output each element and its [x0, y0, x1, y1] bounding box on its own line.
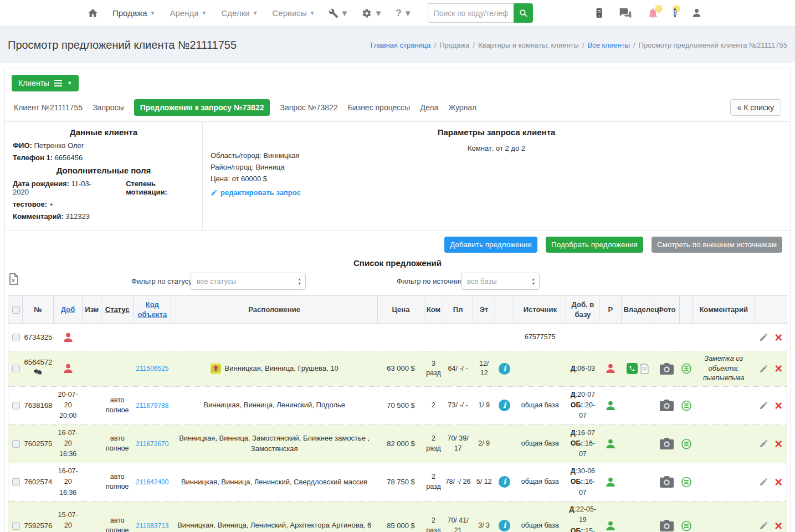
query-region: Область/город: Винницкая [211, 151, 388, 160]
edit-icon[interactable] [759, 364, 768, 374]
row-checkbox[interactable] [12, 522, 20, 530]
bell-icon[interactable] [647, 7, 659, 19]
map-icon[interactable] [211, 364, 221, 374]
edit-icon[interactable] [759, 477, 768, 487]
chat-icon[interactable] [619, 7, 632, 19]
info-icon[interactable]: i [499, 363, 510, 375]
camera-icon[interactable] [660, 439, 674, 447]
select-offers-button[interactable]: Подобрать предложения [546, 237, 643, 253]
query-params-title: Параметры запроса клиента [211, 127, 782, 137]
tab-5[interactable]: Дела [420, 103, 438, 112]
tab-6[interactable]: Журнал [448, 103, 476, 112]
nav-menu-deals[interactable]: Сделки▼ [222, 8, 258, 18]
row-select-cell [8, 424, 23, 463]
tab-0[interactable]: Клиент №21111755 [14, 103, 83, 112]
tab-1[interactable]: Запросы [93, 103, 124, 112]
col-comment: Комментарий [693, 296, 755, 324]
info-icon[interactable]: i [499, 520, 510, 531]
list-circle-icon[interactable] [681, 364, 692, 372]
back-to-list-button[interactable]: « К списку [730, 99, 781, 116]
row-checkbox[interactable] [12, 402, 20, 410]
object-code-link[interactable]: 211679788 [136, 402, 168, 410]
delete-icon[interactable]: × [775, 364, 782, 373]
client-motivation: Степень мотивации: [126, 180, 194, 196]
clients-button[interactable]: Клиенты ▼ [12, 75, 79, 91]
user-icon[interactable] [691, 8, 702, 18]
breadcrumb-item[interactable]: Главная страница [370, 41, 430, 49]
note-icon[interactable] [640, 364, 649, 372]
client-phone: Телефон 1: 6656456 [13, 154, 194, 162]
status-filter-select[interactable]: все статусы ▲▼ [191, 273, 306, 290]
search-input[interactable] [428, 3, 514, 23]
edit-icon[interactable] [759, 521, 768, 530]
owner-cell [622, 386, 654, 424]
query-rooms: Комнат: от 2 до 2 [203, 144, 790, 152]
object-code-link[interactable]: 211083713 [136, 522, 168, 530]
list-circle-icon[interactable] [681, 439, 692, 447]
delete-icon[interactable]: × [775, 521, 782, 530]
source-filter-select[interactable]: все базы ▲▼ [461, 273, 540, 290]
row-checkbox[interactable] [12, 440, 20, 448]
delete-icon[interactable]: × [775, 401, 782, 410]
select-arrows-icon: ▲▼ [298, 277, 301, 286]
select-all-checkbox[interactable] [12, 306, 20, 314]
client-test-field: тестовое: + [13, 200, 194, 208]
nav-menu-services[interactable]: Сервисы▼ [273, 8, 315, 18]
settings-menu[interactable]: ▼ [362, 8, 382, 18]
search-button[interactable] [514, 3, 533, 23]
edit-icon[interactable] [759, 332, 768, 342]
camera-icon[interactable] [660, 364, 674, 372]
phone-icon[interactable] [627, 363, 638, 374]
menu-icon [54, 80, 62, 86]
person-green-icon [605, 439, 616, 447]
alert-icon[interactable]: ! [674, 7, 676, 19]
edit-query-link[interactable]: редактировать запрос [211, 188, 301, 197]
offers-list-title: Список предложений [5, 258, 790, 268]
client-data-title: Данные клиента [13, 127, 194, 137]
camera-icon[interactable] [660, 477, 674, 485]
object-code-link[interactable]: 211672670 [136, 440, 168, 448]
nav-menu-rent[interactable]: Аренда▼ [170, 8, 207, 18]
object-code-cell: 211679788 [134, 386, 171, 424]
select-all-header[interactable] [8, 296, 23, 324]
person-red-icon [63, 332, 74, 341]
source-cell: общая база [514, 501, 566, 532]
row-checkbox[interactable] [12, 478, 20, 486]
info-icon[interactable]: i [499, 400, 510, 411]
wrench-menu[interactable]: ▼ [329, 8, 349, 18]
p-cell [599, 386, 622, 424]
edit-icon[interactable] [759, 439, 768, 448]
camera-icon[interactable] [660, 521, 674, 529]
breadcrumb-item[interactable]: Все клиенты [588, 41, 630, 49]
info-icon[interactable]: i [499, 476, 510, 488]
offers-table: № Доб Изм Статус Код объекта Расположени… [8, 295, 787, 532]
row-select-cell [8, 463, 23, 501]
object-code-link[interactable]: 211506525 [136, 365, 168, 372]
col-p: Р [599, 296, 622, 324]
extra-fields-title: Дополнительные поля [13, 166, 194, 175]
delete-icon[interactable]: × [775, 478, 782, 487]
list-circle-icon[interactable] [681, 477, 692, 485]
nav-menu-sale[interactable]: Продажа▼ [112, 8, 156, 18]
row-checkbox[interactable] [12, 334, 20, 341]
add-offer-button[interactable]: Добавить предложение [444, 237, 537, 253]
help-menu[interactable]: ? ▼ [396, 8, 412, 19]
delete-icon[interactable]: × [775, 439, 782, 448]
home-icon[interactable] [88, 8, 98, 18]
external-sources-button[interactable]: Смотреть по внешним источникам [652, 237, 782, 253]
tab-offers[interactable]: Предложения к запросу №73822 [134, 99, 270, 116]
delete-icon[interactable]: × [775, 333, 782, 342]
excel-export-icon[interactable]: x [9, 273, 18, 285]
object-code-link[interactable]: 211642400 [136, 478, 168, 486]
list-circle-icon[interactable] [681, 521, 692, 529]
device-icon[interactable] [594, 7, 604, 19]
edit-icon[interactable] [759, 401, 768, 410]
row-checkbox[interactable] [12, 365, 20, 372]
list-circle-icon[interactable] [681, 401, 692, 409]
rooms-cell: 3 разд [424, 351, 443, 387]
camera-icon[interactable] [660, 401, 674, 409]
tab-4[interactable]: Бизнес процессы [348, 103, 411, 112]
added-to-base-cell: Д:30-06ОБ::16-07 [566, 463, 599, 501]
status-cell: авто полное [101, 463, 134, 501]
tab-3[interactable]: Запрос №73822 [280, 103, 337, 112]
